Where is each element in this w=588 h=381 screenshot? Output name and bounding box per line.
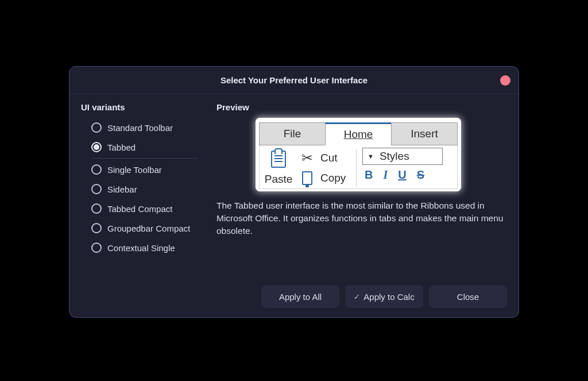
preview-tab-insert: Insert — [391, 122, 458, 145]
radio-label: Single Toolbar — [107, 165, 162, 175]
apply-to-all-button[interactable]: Apply to All — [261, 285, 339, 308]
preview-separator — [356, 150, 357, 186]
ui-variants-heading: UI variants — [81, 102, 211, 112]
radio-tabbed-compact[interactable]: Tabbed Compact — [91, 199, 211, 218]
ui-picker-dialog: Select Your Preferred User Interface UI … — [69, 66, 519, 318]
check-icon: ✓ — [354, 293, 360, 301]
preview-tab-home: Home — [325, 122, 392, 145]
preview-copy-label: Copy — [320, 172, 346, 184]
radio-label: Sidebar — [107, 184, 137, 194]
preview-tab-file: File — [259, 122, 326, 145]
titlebar: Select Your Preferred User Interface — [69, 67, 519, 94]
cut-icon: ✂ — [301, 151, 313, 165]
radio-single-toolbar[interactable]: Single Toolbar — [91, 160, 211, 179]
underline-icon: U — [398, 168, 406, 182]
caret-down-icon: ▼ — [368, 153, 374, 160]
italic-icon: I — [383, 168, 388, 182]
ui-variants-panel: UI variants Standard Toolbar Tabbed Sing… — [81, 102, 211, 276]
radio-contextual-single[interactable]: Contextual Single — [91, 238, 211, 257]
radio-standard-toolbar[interactable]: Standard Toolbar — [91, 118, 211, 137]
radio-icon — [91, 184, 102, 194]
radio-tabbed[interactable]: Tabbed — [91, 137, 211, 157]
radio-label: Tabbed Compact — [107, 204, 172, 214]
radio-icon — [91, 164, 102, 175]
radio-icon — [91, 122, 102, 133]
bold-icon: B — [365, 168, 373, 182]
preview-image: File Home Insert Paste ✂ — [256, 118, 461, 191]
radio-label: Tabbed — [107, 143, 136, 152]
variant-description: The Tabbed user interface is the most si… — [216, 199, 504, 237]
radio-label: Groupedbar Compact — [107, 224, 190, 233]
dialog-buttons: Apply to All ✓ Apply to Calc Close — [81, 285, 507, 308]
radio-sidebar[interactable]: Sidebar — [91, 179, 211, 199]
radio-icon — [91, 203, 102, 214]
variant-divider — [91, 158, 198, 159]
preview-paste-label: Paste — [265, 173, 293, 186]
preview-format-buttons: B I U S — [362, 168, 454, 182]
preview-styles-dropdown: ▼ Styles — [362, 148, 443, 165]
dialog-title: Select Your Preferred User Interface — [220, 75, 368, 85]
paste-icon — [271, 151, 286, 168]
close-icon[interactable] — [500, 75, 510, 86]
radio-icon — [91, 243, 102, 253]
radio-label: Contextual Single — [107, 243, 175, 253]
radio-icon — [91, 223, 102, 233]
preview-panel: Preview File Home Insert Paste ✂ — [216, 102, 507, 276]
radio-icon — [91, 142, 102, 152]
radio-groupedbar-compact[interactable]: Groupedbar Compact — [91, 218, 211, 238]
format-brush-icon — [302, 171, 312, 185]
preview-cut-label: Cut — [320, 152, 338, 164]
apply-to-calc-button[interactable]: ✓ Apply to Calc — [345, 285, 423, 308]
radio-label: Standard Toolbar — [107, 123, 173, 133]
strike-icon: S — [417, 168, 424, 182]
close-button[interactable]: Close — [429, 285, 507, 308]
preview-heading: Preview — [216, 102, 507, 112]
